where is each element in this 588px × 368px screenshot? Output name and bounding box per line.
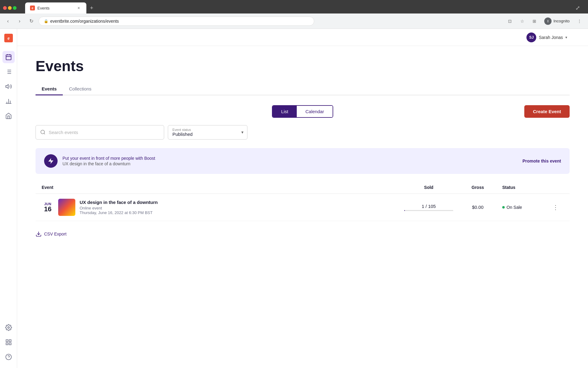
tabs: Events Collections	[36, 83, 570, 95]
nav-refresh-btn[interactable]: ↻	[27, 17, 36, 25]
nav-forward-btn[interactable]: ›	[15, 17, 24, 25]
event-info: UX design in the face of a downturn Onli…	[80, 200, 158, 215]
csv-export[interactable]: CSV Export	[36, 228, 570, 240]
search-box	[36, 125, 164, 140]
bookmark-btn[interactable]: ☆	[517, 16, 527, 26]
window-expand-btn[interactable]: ⤢	[575, 5, 580, 11]
window-close-btn[interactable]	[3, 6, 7, 10]
svg-marker-12	[6, 85, 8, 89]
lock-icon: 🔒	[44, 19, 48, 23]
create-event-btn[interactable]: Create Event	[524, 105, 570, 118]
table-header: Event Sold Gross Status	[36, 181, 570, 194]
status-dot	[502, 206, 505, 209]
question-icon	[5, 354, 12, 360]
sold-bar-fill	[404, 210, 405, 211]
sidebar-item-events[interactable]	[2, 51, 15, 63]
toolbar-actions: ⊡ ☆ ⊞ I Incognito ⋮	[505, 16, 584, 26]
nav-back-btn[interactable]: ‹	[4, 17, 12, 25]
list-icon	[5, 68, 12, 75]
chart-bar-icon	[5, 98, 12, 105]
status-filter-label: Event status	[172, 128, 243, 132]
tab-title: Events	[37, 6, 74, 10]
col-header-status: Status	[502, 185, 551, 190]
boost-banner: Put your event in front of more people w…	[36, 148, 570, 174]
window-minimize-btn[interactable]	[8, 6, 12, 10]
app-header: SJ Sarah Jonas ▾	[17, 29, 588, 46]
boost-title: Put your event in front of more people w…	[62, 156, 518, 161]
tab-close-btn[interactable]: ×	[76, 5, 81, 11]
status-text: On Sale	[507, 205, 522, 210]
tab-collections[interactable]: Collections	[63, 83, 97, 95]
address-text: eventbrite.com/organizations/events	[50, 19, 309, 24]
sidebar-item-help[interactable]	[2, 351, 15, 363]
user-menu-chevron: ▾	[565, 35, 567, 40]
sidebar-item-reports[interactable]	[2, 95, 15, 107]
col-header-sold: Sold	[404, 185, 453, 190]
active-tab[interactable]: Events ×	[25, 2, 86, 13]
svg-rect-18	[6, 340, 8, 342]
sold-bar	[404, 210, 453, 211]
event-type: Online event	[80, 206, 158, 210]
view-controls: List Calendar Create Event	[36, 105, 570, 118]
sold-cell: 1 / 105	[404, 204, 453, 211]
filter-bar: Event status Published ▾	[36, 125, 570, 140]
event-date: JUN 16	[42, 202, 54, 213]
svg-marker-26	[48, 158, 54, 164]
dropdown-chevron-icon: ▾	[241, 130, 243, 135]
sidebar-item-orders[interactable]	[2, 66, 15, 78]
new-tab-btn[interactable]: +	[88, 4, 96, 13]
lightning-icon	[47, 158, 54, 164]
gross-cell: $0.00	[453, 205, 502, 210]
page-title-area: Events	[36, 58, 84, 83]
event-name[interactable]: UX design in the face of a downturn	[80, 200, 158, 205]
grid-icon	[5, 339, 12, 346]
status-filter-value: Published	[172, 132, 243, 137]
profile-btn[interactable]: ⊞	[530, 16, 539, 26]
svg-rect-2	[6, 55, 11, 60]
browser-toolbar: ‹ › ↻ 🔒 eventbrite.com/organizations/eve…	[0, 13, 588, 29]
tab-bar: Events × + ⤢	[0, 0, 588, 13]
svg-rect-21	[6, 343, 8, 345]
more-options-btn[interactable]: ⋮	[575, 16, 584, 26]
view-btn-group: List Calendar	[272, 105, 333, 118]
col-header-actions	[551, 185, 564, 190]
search-input[interactable]	[49, 130, 160, 135]
user-menu[interactable]: SJ Sarah Jonas ▾	[524, 31, 570, 44]
status-dropdown[interactable]: Event status Published ▾	[168, 125, 247, 140]
sidebar-item-finance[interactable]	[2, 110, 15, 122]
incognito-avatar: I	[544, 17, 552, 25]
csv-export-label: CSV Export	[44, 232, 66, 236]
sold-value: 1 / 105	[404, 204, 453, 209]
cast-btn[interactable]: ⊡	[505, 16, 515, 26]
sidebar-logo: e	[4, 34, 13, 44]
sidebar-item-marketing[interactable]	[2, 80, 15, 93]
window-maximize-btn[interactable]	[13, 6, 17, 10]
svg-point-24	[41, 130, 44, 134]
app-container: e	[0, 29, 588, 368]
event-thumbnail	[58, 199, 75, 216]
incognito-menu[interactable]: I Incognito	[542, 16, 572, 26]
calendar-view-btn[interactable]: Calendar	[297, 106, 333, 117]
calendar-icon	[5, 54, 12, 60]
bank-icon	[5, 113, 12, 119]
address-bar[interactable]: 🔒 eventbrite.com/organizations/events	[39, 17, 314, 26]
list-view-btn[interactable]: List	[273, 106, 297, 117]
main-area: SJ Sarah Jonas ▾ Events Events Collectio…	[17, 29, 588, 368]
download-icon	[36, 231, 42, 237]
sidebar-item-settings[interactable]	[2, 321, 15, 334]
eventbrite-logo-icon: e	[4, 34, 13, 42]
tab-events[interactable]: Events	[36, 83, 63, 95]
sidebar-bottom	[2, 321, 15, 363]
promote-event-link[interactable]: Promote this event	[522, 159, 561, 163]
status-cell: On Sale	[502, 205, 551, 210]
event-day: 16	[42, 206, 54, 213]
boost-icon	[44, 154, 58, 168]
user-avatar: SJ	[526, 33, 536, 42]
row-more-actions[interactable]: ⋮	[551, 202, 564, 212]
svg-rect-20	[9, 343, 11, 345]
event-datetime: Thursday, June 16, 2022 at 6:30 PM BST	[80, 210, 158, 215]
more-btn[interactable]: ⋮	[551, 202, 560, 212]
page-content: Events Events Collections List Calendar …	[17, 46, 588, 252]
sidebar-item-apps[interactable]	[2, 336, 15, 348]
sidebar: e	[0, 29, 17, 368]
